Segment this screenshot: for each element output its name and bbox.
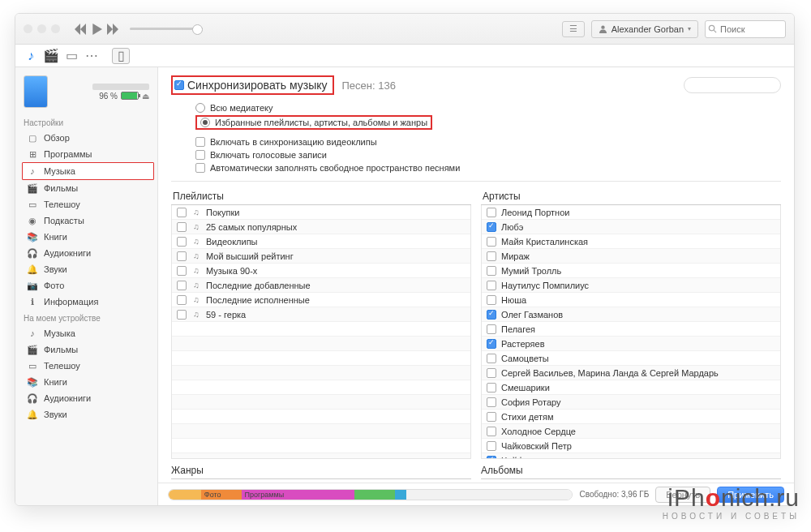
list-item[interactable]: Наутилус Помпилиус (482, 278, 780, 293)
account-button[interactable]: Alexander Gorban ▾ (591, 20, 698, 38)
playlist-icon: ♫ (191, 295, 201, 305)
list-item[interactable]: Чайф (482, 453, 780, 459)
opt-include-voice[interactable]: Включать голосовые записи (195, 148, 781, 161)
opt-selected-items[interactable]: Избранные плейлисты, артисты, альбомы и … (195, 115, 432, 130)
sync-music-toggle[interactable]: Синхронизировать музыку (171, 75, 334, 95)
sidebar-item[interactable]: ♪Музыка (15, 325, 157, 341)
list-item[interactable]: ♫Мой высший рейтинг (172, 249, 470, 264)
tab-device-icon[interactable]: ▯ (112, 48, 130, 64)
sidebar-item[interactable]: 📚Книги (15, 229, 157, 245)
sidebar-item[interactable]: 🎧Аудиокниги (15, 390, 157, 406)
tab-movies-icon[interactable]: 🎬 (42, 48, 60, 64)
list-item[interactable]: Любэ (482, 220, 780, 234)
genres-header: Жанры (171, 462, 471, 479)
opt-entire-library[interactable]: Всю медиатеку (195, 101, 781, 114)
list-item[interactable]: Растеряев (482, 337, 780, 351)
playback-controls[interactable] (75, 24, 118, 35)
checkbox-icon (487, 208, 496, 217)
sidebar-item-label: Фильмы (44, 183, 78, 193)
sidebar-item[interactable]: 🔔Звуки (15, 261, 157, 277)
list-item[interactable]: Холодное Сердце (482, 424, 780, 439)
sidebar-item[interactable]: ⊞Программы (15, 146, 157, 162)
list-search[interactable] (684, 77, 781, 94)
sidebar-item[interactable]: ▢Обзор (15, 130, 157, 146)
sidebar-item[interactable]: ▭Телешоу (15, 196, 157, 212)
sidebar-item[interactable]: ♪Музыка (22, 162, 154, 180)
device-summary[interactable]: 96 % ⏏ (15, 72, 157, 114)
sync-header: Синхронизировать музыку Песен: 136 (158, 67, 794, 100)
list-item[interactable]: ♫59 - герка (172, 307, 470, 322)
bell-icon: 🔔 (27, 409, 38, 420)
list-item-label: Растеряев (501, 339, 545, 349)
play-icon[interactable] (91, 24, 102, 35)
search-input[interactable] (705, 20, 786, 38)
list-item[interactable]: Мумий Тролль (482, 264, 780, 278)
sidebar-item[interactable]: 📚Книги (15, 374, 157, 390)
device-name-placeholder (92, 84, 149, 90)
list-item[interactable]: ♫Покупки (172, 205, 470, 220)
sidebar-item-label: Книги (44, 377, 67, 387)
list-item[interactable]: Нюша (482, 293, 780, 307)
sidebar-item[interactable]: ℹИнформация (15, 294, 157, 310)
top-search[interactable] (705, 20, 786, 38)
artists-header: Артисты (481, 188, 781, 205)
list-search-input[interactable] (684, 77, 781, 93)
close-dot[interactable] (24, 24, 32, 33)
playlists-list[interactable]: ♫Покупки♫25 самых популярных♫Видеоклипы♫… (171, 205, 471, 459)
list-item[interactable]: Самоцветы (482, 351, 780, 366)
list-item[interactable]: ♫Последние добавленные (172, 278, 470, 293)
eject-icon[interactable]: ⏏ (142, 92, 149, 101)
checkbox-icon (177, 222, 187, 232)
capacity-segment: Программы (242, 490, 354, 500)
list-item[interactable]: Олег Газманов (482, 307, 780, 322)
list-item[interactable]: Мираж (482, 249, 780, 264)
window-traffic-lights[interactable] (24, 24, 60, 33)
albums-header: Альбомы (481, 462, 781, 479)
volume-slider[interactable] (130, 28, 203, 30)
opt-auto-fill[interactable]: Автоматически заполнять свободное простр… (195, 161, 781, 174)
opt-include-video[interactable]: Включать в синхронизацию видеоклипы (195, 135, 781, 148)
tab-music-icon[interactable]: ♪ (22, 48, 40, 64)
sidebar-item-label: Телешоу (44, 361, 80, 371)
checkbox-icon (487, 383, 496, 393)
artists-list[interactable]: Леонид ПортноиЛюбэМайя КристалинскаяМира… (481, 205, 781, 459)
sidebar-item[interactable]: 🎧Аудиокниги (15, 245, 157, 261)
song-count: Песен: 136 (342, 79, 396, 92)
list-item[interactable]: ♫Музыка 90-х (172, 264, 470, 278)
sidebar-item[interactable]: ◉Подкасты (15, 212, 157, 229)
list-item-label: Нюша (501, 295, 526, 305)
checkbox-icon (487, 237, 496, 247)
list-item[interactable]: Майя Кристалинская (482, 234, 780, 249)
list-item[interactable]: Леонид Портнои (482, 205, 780, 220)
list-item[interactable]: ♫25 самых популярных (172, 220, 470, 234)
sidebar-item[interactable]: 📷Фото (15, 277, 157, 294)
battery-icon (121, 92, 139, 100)
sidebar-item[interactable]: 🔔Звуки (15, 406, 157, 423)
opt-label: Включать в синхронизацию видеоклипы (210, 137, 377, 147)
tab-tv-icon[interactable]: ▭ (62, 48, 80, 64)
free-space-label: Свободно: 3,96 ГБ (579, 490, 649, 499)
prev-icon[interactable] (75, 24, 86, 35)
playlist-icon: ♫ (191, 251, 201, 261)
sidebar-item[interactable]: 🎬Фильмы (15, 180, 157, 196)
list-item[interactable]: ♫Видеоклипы (172, 234, 470, 249)
zoom-dot[interactable] (51, 24, 60, 33)
list-view-button[interactable]: ☰ (562, 21, 585, 37)
minimize-dot[interactable] (37, 24, 46, 33)
list-item[interactable]: Стихи детям (482, 410, 780, 424)
list-item-empty (172, 351, 470, 366)
tab-more-icon[interactable]: ⋯ (83, 48, 101, 64)
list-item[interactable]: Пелагея (482, 322, 780, 337)
list-item[interactable]: София Ротару (482, 395, 780, 410)
next-icon[interactable] (107, 24, 118, 35)
list-item[interactable]: ♫Последние исполненные (172, 293, 470, 307)
playlist-icon: ♫ (191, 266, 201, 276)
list-item[interactable]: Сергей Васильев, Марина Ланда & Сергей М… (482, 366, 780, 380)
checkbox-icon (177, 208, 187, 217)
sidebar-item-label: Обзор (44, 133, 70, 143)
sidebar-item[interactable]: ▭Телешоу (15, 358, 157, 374)
list-item-label: Последние исполненные (206, 295, 310, 305)
sidebar-item[interactable]: 🎬Фильмы (15, 341, 157, 358)
list-item[interactable]: Смешарики (482, 380, 780, 395)
list-item[interactable]: Чайковский Петр (482, 439, 780, 453)
